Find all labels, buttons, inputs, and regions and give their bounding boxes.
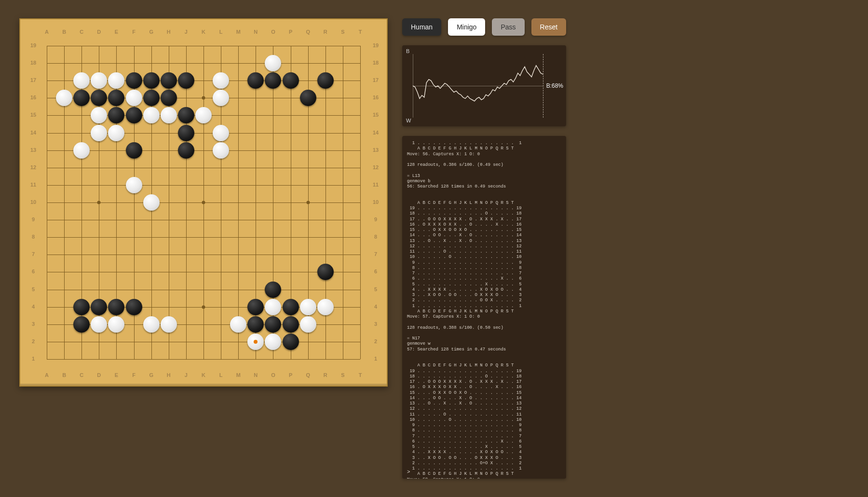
black-stone xyxy=(283,334,299,350)
white-stone xyxy=(265,55,281,71)
black-stone xyxy=(161,72,177,89)
white-stone xyxy=(126,177,142,193)
coord-col: C xyxy=(79,29,84,35)
white-stone xyxy=(143,107,160,123)
white-stone xyxy=(91,125,107,141)
pass-button[interactable]: Pass xyxy=(492,18,524,36)
engine-log-text: 1 . . . . . . . . . . . . . . . . . . . … xyxy=(407,141,563,479)
white-stone xyxy=(230,316,246,333)
black-stone xyxy=(178,125,194,141)
coord-col: T xyxy=(357,372,363,378)
coord-row: 13 xyxy=(29,147,38,153)
coord-col: D xyxy=(96,29,102,35)
coord-row: 8 xyxy=(371,234,380,240)
coord-col: K xyxy=(201,372,206,378)
coord-row: 17 xyxy=(371,77,380,83)
coord-col: F xyxy=(131,372,137,378)
white-stone xyxy=(73,142,90,159)
black-stone xyxy=(73,316,90,333)
coord-col: M xyxy=(235,372,241,378)
prompt-icon: > xyxy=(407,469,410,475)
coord-row: 9 xyxy=(371,216,380,222)
coord-col: A xyxy=(44,29,50,35)
coord-row: 18 xyxy=(371,60,380,66)
coord-row: 12 xyxy=(371,164,380,170)
minigo-button[interactable]: Minigo xyxy=(448,18,485,36)
coord-col: B xyxy=(61,372,67,378)
coord-row: 2 xyxy=(29,338,38,344)
coord-col: H xyxy=(166,372,172,378)
coord-row: 16 xyxy=(371,94,380,100)
white-stone xyxy=(91,316,107,333)
coord-row: 12 xyxy=(29,164,38,170)
coord-row: 13 xyxy=(371,147,380,153)
coord-row: 15 xyxy=(371,112,380,118)
black-stone xyxy=(178,107,194,123)
black-stone xyxy=(91,299,107,315)
white-stone xyxy=(195,107,212,123)
coord-col: R xyxy=(323,372,328,378)
coord-row: 10 xyxy=(29,199,38,205)
coord-col: B xyxy=(61,29,67,35)
white-stone xyxy=(56,90,72,106)
white-stone xyxy=(108,316,124,333)
white-stone xyxy=(213,142,229,159)
white-stone xyxy=(73,72,90,89)
coord-col: E xyxy=(113,372,119,378)
black-stone xyxy=(161,90,177,106)
coord-row: 11 xyxy=(371,182,380,188)
coord-row: 4 xyxy=(29,304,38,309)
white-stone xyxy=(108,125,124,141)
white-stone xyxy=(126,90,142,106)
black-stone xyxy=(265,316,281,333)
reset-button[interactable]: Reset xyxy=(531,18,567,36)
coord-col: O xyxy=(270,372,276,378)
white-stone xyxy=(161,316,177,333)
coord-row: 14 xyxy=(371,130,380,135)
coord-row: 16 xyxy=(29,94,38,100)
black-stone xyxy=(283,72,299,89)
control-row: Human Minigo Pass Reset xyxy=(402,18,566,36)
black-stone xyxy=(283,316,299,333)
black-stone xyxy=(317,264,334,280)
coord-col: S xyxy=(340,29,346,35)
coord-row: 5 xyxy=(29,286,38,292)
coord-col: H xyxy=(166,29,172,35)
black-stone xyxy=(178,142,194,159)
coord-row: 10 xyxy=(371,199,380,205)
coord-row: 4 xyxy=(371,304,380,309)
coord-row: 17 xyxy=(29,77,38,83)
black-stone xyxy=(73,90,90,106)
black-stone xyxy=(247,72,264,89)
black-stone xyxy=(143,90,160,106)
coord-row: 8 xyxy=(29,234,38,240)
black-stone xyxy=(178,72,194,89)
white-stone xyxy=(265,299,281,315)
coord-row: 6 xyxy=(371,269,380,274)
coord-col: N xyxy=(253,372,258,378)
black-stone xyxy=(143,72,160,89)
human-button[interactable]: Human xyxy=(402,18,441,36)
go-board[interactable]: AABBCCDDEEFFGGHHJJKKLLMMNNOOPPQQRRSSTT19… xyxy=(19,18,388,387)
coord-col: K xyxy=(201,29,206,35)
coord-row: 9 xyxy=(29,216,38,222)
black-stone xyxy=(247,299,264,315)
coord-row: 15 xyxy=(29,112,38,118)
coord-col: M xyxy=(235,29,241,35)
white-stone xyxy=(317,299,334,315)
black-stone xyxy=(108,90,124,106)
coord-col: N xyxy=(253,29,258,35)
coord-col: J xyxy=(183,372,189,378)
black-stone xyxy=(247,316,264,333)
coord-col: F xyxy=(131,29,137,35)
coord-row: 3 xyxy=(371,321,380,327)
black-stone xyxy=(126,72,142,89)
winrate-graph: B W B:68% xyxy=(402,45,566,126)
coord-col: E xyxy=(113,29,119,35)
coord-col: J xyxy=(183,29,189,35)
white-stone xyxy=(300,316,316,333)
engine-log-scroll[interactable]: 1 . . . . . . . . . . . . . . . . . . . … xyxy=(402,136,566,479)
coord-row: 14 xyxy=(29,130,38,135)
black-stone xyxy=(265,72,281,89)
black-stone xyxy=(317,72,334,89)
